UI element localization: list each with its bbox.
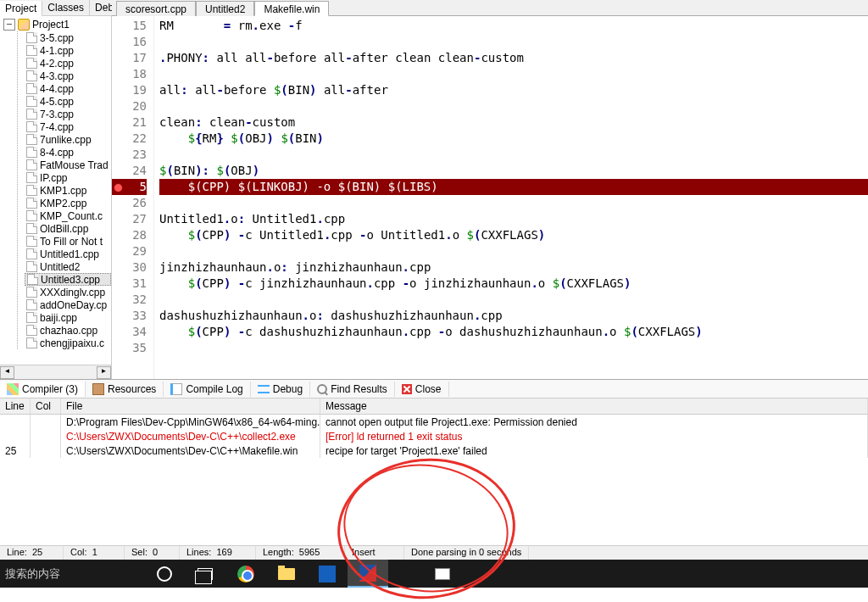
file-item[interactable]: KMP1.cpp [25, 184, 111, 197]
line-number[interactable]: 33 [112, 308, 147, 324]
line-number[interactable]: 32 [112, 292, 147, 308]
line-number[interactable]: 35 [112, 340, 147, 356]
tab-scoresort[interactable]: scoresort.cpp [116, 1, 196, 16]
line-number[interactable]: 19 [112, 82, 147, 98]
tab-untitled2[interactable]: Untitled2 [196, 1, 254, 16]
output-tab[interactable]: Compiler (3) [0, 382, 86, 397]
line-number[interactable]: 30 [112, 259, 147, 276]
col-msg[interactable]: Message [320, 399, 868, 414]
file-item[interactable]: 7-4.cpp [25, 120, 111, 133]
file-item[interactable]: 4-3.cpp [25, 70, 111, 82]
code-line[interactable]: $(CPP) $(LINKOBJ) -o $(BIN) $(LIBS) [159, 179, 868, 195]
code-line[interactable] [159, 340, 868, 356]
line-number[interactable]: 15 [112, 18, 147, 34]
error-row[interactable]: D:\Program Files\Dev-Cpp\MinGW64\x86_64-… [0, 415, 868, 429]
file-item[interactable]: addOneDay.cp [25, 298, 111, 311]
file-item[interactable]: OldBill.cpp [25, 222, 111, 235]
file-item[interactable]: baiji.cpp [25, 311, 111, 324]
project-tree[interactable]: Project1 3-5.cpp4-1.cpp4-2.cpp4-3.cpp4-4… [0, 16, 111, 365]
code-line[interactable]: RM = rm.exe -f [159, 18, 868, 34]
file-item[interactable]: 4-2.cpp [25, 57, 111, 70]
file-item[interactable]: KMP_Count.c [25, 209, 111, 222]
file-item[interactable]: 7-3.cpp [25, 108, 111, 120]
line-number[interactable]: 34 [112, 324, 147, 340]
code-content[interactable]: RM = rm.exe -f.PHONY: all all-before all… [154, 16, 868, 379]
output-tab[interactable]: Resources [86, 382, 164, 397]
output-tab[interactable]: Close [395, 382, 449, 397]
code-line[interactable]: ${RM} $(OBJ) $(BIN) [159, 131, 868, 147]
file-item[interactable]: To Fill or Not t [25, 235, 111, 248]
file-item[interactable]: Untitled3.cpp [25, 273, 111, 286]
code-line[interactable]: .PHONY: all all-before all-after clean c… [159, 50, 868, 66]
output-tab[interactable]: Debug [251, 382, 310, 397]
code-line[interactable] [159, 292, 868, 308]
code-line[interactable] [159, 34, 868, 50]
line-number[interactable]: 26 [112, 195, 147, 211]
col-line[interactable]: Line [0, 399, 31, 414]
line-number[interactable]: 21 [112, 114, 147, 131]
output-tab[interactable]: Find Results [310, 382, 395, 397]
scroll-left-icon[interactable]: ◄ [0, 366, 14, 379]
code-line[interactable]: $(CPP) -c jinzhizhaunhaun.cpp -o jinzhiz… [159, 276, 868, 292]
line-number[interactable]: 17 [112, 50, 147, 66]
code-line[interactable]: all: all-before $(BIN) all-after [159, 82, 868, 98]
line-number[interactable]: 22 [112, 131, 147, 147]
line-number[interactable]: 23 [112, 147, 147, 163]
file-item[interactable]: KMP2.cpp [25, 197, 111, 209]
collapse-icon[interactable] [3, 19, 15, 31]
code-line[interactable]: clean: clean-custom [159, 114, 868, 131]
file-item[interactable]: 4-5.cpp [25, 95, 111, 108]
code-line[interactable]: Untitled1.o: Untitled1.cpp [159, 211, 868, 227]
code-line[interactable]: dashushuzhizhaunhaun.o: dashushuzhizhaun… [159, 308, 868, 324]
file-item[interactable]: FatMouse Trad [25, 159, 111, 171]
cortana-icon[interactable] [144, 560, 185, 588]
line-number[interactable]: 28 [112, 227, 147, 243]
file-item[interactable]: IP.cpp [25, 171, 111, 184]
code-line[interactable]: $(CPP) -c Untitled1.cpp -o Untitled1.o $… [159, 227, 868, 243]
project-root[interactable]: Project1 [3, 18, 111, 31]
output-tab[interactable]: Compile Log [164, 382, 250, 397]
file-item[interactable]: Untitled1.cpp [25, 248, 111, 260]
chrome-icon[interactable] [225, 560, 266, 588]
file-item[interactable]: 8-4.cpp [25, 146, 111, 159]
line-number[interactable]: 20 [112, 98, 147, 114]
line-number[interactable]: 24 [112, 163, 147, 179]
file-item[interactable]: 3-5.cpp [25, 31, 111, 44]
code-line[interactable] [159, 195, 868, 211]
tab-makefile[interactable]: Makefile.win [254, 1, 329, 16]
compiler-messages[interactable]: Line Col File Message D:\Program Files\D… [0, 399, 868, 545]
line-number[interactable]: 5 [112, 179, 147, 195]
line-number[interactable]: 31 [112, 276, 147, 292]
line-number[interactable]: 29 [112, 243, 147, 259]
file-item[interactable]: 7unlike.cpp [25, 133, 111, 146]
col-col[interactable]: Col [31, 399, 61, 414]
error-row[interactable]: C:\Users\ZWX\Documents\Dev-C\C++\collect… [0, 429, 868, 443]
code-line[interactable]: $(CPP) -c dashushuzhizhaunhaun.cpp -o da… [159, 324, 868, 340]
code-line[interactable]: $(BIN): $(OBJ) [159, 163, 868, 179]
file-item[interactable]: chazhao.cpp [25, 324, 111, 337]
windows-taskbar[interactable]: 搜索的内容 [0, 560, 868, 588]
col-file[interactable]: File [61, 399, 320, 414]
blue-app-icon[interactable] [307, 560, 348, 588]
code-line[interactable] [159, 243, 868, 259]
line-number[interactable]: 18 [112, 66, 147, 82]
scroll-right-icon[interactable]: ► [97, 366, 111, 379]
file-item[interactable]: XXXdinglv.cpp [25, 286, 111, 298]
taskview-icon[interactable] [185, 560, 225, 588]
line-number[interactable]: 16 [112, 34, 147, 50]
code-line[interactable]: jinzhizhaunhaun.o: jinzhizhaunhaun.cpp [159, 259, 868, 276]
sidebar-hscroll[interactable]: ◄ ► [0, 365, 111, 379]
devcpp-icon[interactable] [348, 560, 388, 588]
error-row[interactable]: 25C:\Users\ZWX\Documents\Dev-C\C++\Makef… [0, 443, 868, 458]
code-editor[interactable]: 1516171819202122232452627282930313233343… [112, 16, 868, 379]
line-gutter[interactable]: 1516171819202122232452627282930313233343… [112, 16, 154, 379]
code-line[interactable] [159, 98, 868, 114]
file-item[interactable]: Untitled2 [25, 260, 111, 273]
file-explorer-icon[interactable] [266, 560, 307, 588]
code-line[interactable] [159, 147, 868, 163]
sidebar-tab-classes[interactable]: Classes [42, 0, 90, 15]
code-line[interactable] [159, 66, 868, 82]
file-item[interactable]: chengjipaixu.c [25, 337, 111, 349]
sidebar-tab-project[interactable]: Project [0, 1, 42, 16]
file-item[interactable]: 4-1.cpp [25, 44, 111, 57]
